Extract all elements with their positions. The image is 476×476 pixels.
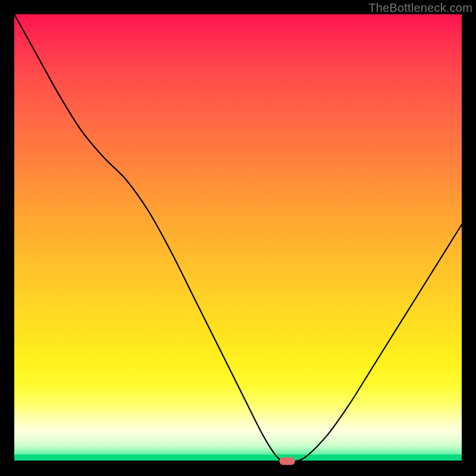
watermark-text: TheBottleneck.com [368, 1, 472, 15]
optimum-marker [280, 458, 295, 465]
bottleneck-curve [14, 14, 462, 462]
chart-overlay [14, 14, 462, 462]
plot-area [14, 14, 462, 462]
